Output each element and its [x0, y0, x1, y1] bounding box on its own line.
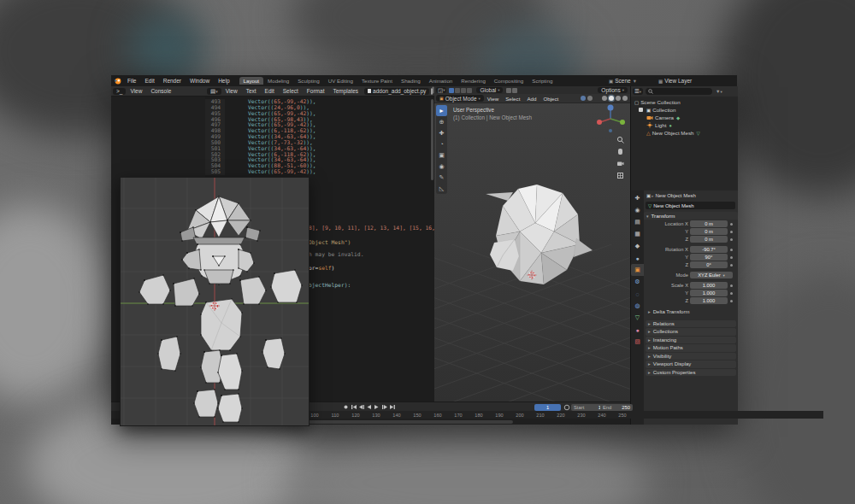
jump-end-button[interactable]	[388, 404, 396, 411]
animate-dot-icon[interactable]	[730, 238, 733, 241]
tab-tool[interactable]: ✚	[631, 192, 644, 204]
animate-dot-icon[interactable]	[730, 223, 733, 226]
transform-panel-header[interactable]: ▾ Transform	[644, 212, 738, 220]
keying-set-icon[interactable]	[563, 404, 570, 411]
animate-dot-icon[interactable]	[730, 292, 733, 295]
jump-start-button[interactable]	[350, 404, 357, 411]
frame-start-input[interactable]: Start1	[571, 404, 604, 411]
workspace-tab-scripting[interactable]: Scripting	[528, 77, 557, 85]
location-y-input[interactable]: 0 m	[690, 228, 728, 234]
panel-relations[interactable]: ▸Relations	[646, 320, 736, 328]
menu-file[interactable]: File	[123, 78, 140, 84]
outliner-item-mesh[interactable]: △ New Object Mesh ▽	[633, 129, 738, 137]
copy-icon[interactable]	[431, 88, 433, 95]
panel-delta-transform[interactable]: ▸Delta Transform	[646, 308, 736, 316]
text-menu-edit[interactable]: Edit	[261, 88, 279, 94]
menu-edit[interactable]: Edit	[140, 78, 158, 84]
tab-view-layer[interactable]: ▦	[631, 228, 644, 240]
breadcrumb-object-name[interactable]: New Object Mesh	[655, 193, 695, 198]
view-layer-selector[interactable]: ▦ View Layer	[655, 77, 737, 85]
menu-window[interactable]: Window	[186, 78, 214, 84]
scale-z-input[interactable]: 1.000	[690, 297, 728, 303]
workspace-tab-compositing[interactable]: Compositing	[490, 77, 528, 85]
panel-visibility[interactable]: ▸Visibility	[646, 353, 736, 360]
play-button[interactable]	[373, 404, 380, 411]
menu-help[interactable]: Help	[214, 78, 233, 84]
workspace-tab-rendering[interactable]: Rendering	[457, 77, 490, 85]
field-rotation-z: Z0°	[644, 261, 738, 268]
jump-keyframe-set-icon[interactable]	[342, 404, 350, 411]
workspace-tab-layout[interactable]: Layout	[239, 77, 264, 85]
tab-scene[interactable]: ◆	[631, 240, 644, 252]
text-scrollbar[interactable]	[431, 99, 433, 180]
chevron-right-icon: ▸	[652, 194, 653, 198]
rotation-y-input[interactable]: 90°	[690, 254, 728, 260]
animate-dot-icon[interactable]	[730, 264, 733, 267]
tab-object-data[interactable]: ▽	[631, 312, 644, 324]
location-x-input[interactable]: 0 m	[690, 220, 728, 226]
prev-keyframe-button[interactable]	[357, 404, 365, 411]
object-name-field[interactable]: ▽ New Object Mesh	[646, 202, 735, 209]
workspace-tab-modeling[interactable]: Modeling	[263, 77, 293, 85]
viewport-3d[interactable]: ◲▾ Global▾ Options▾ ▣ Object Mode ▾ View…	[434, 86, 630, 401]
scale-x-input[interactable]: 1.000	[690, 282, 728, 288]
text-menu-view[interactable]: View	[221, 88, 242, 94]
text-menu-select[interactable]: Select	[279, 88, 303, 94]
workspace-tab-uv-editing[interactable]: UV Editing	[324, 77, 357, 85]
tab-output[interactable]: ▤	[631, 216, 644, 228]
animate-dot-icon[interactable]	[730, 300, 733, 302]
panel-custom-properties[interactable]: ▸Custom Properties	[646, 369, 736, 377]
tab-world[interactable]: ●	[631, 252, 644, 264]
scrollbar-thumb[interactable]	[308, 420, 513, 424]
outliner-item-camera[interactable]: Camera ◆	[633, 114, 738, 121]
outliner-item-scene-collection[interactable]: ▢ Scene Collection	[633, 98, 738, 106]
animate-dot-icon[interactable]	[730, 256, 733, 259]
text-menu-format[interactable]: Format	[303, 88, 329, 94]
tab-modifiers[interactable]: ⚙	[631, 276, 644, 288]
tab-render[interactable]: ◉	[631, 204, 644, 216]
panel-collections[interactable]: ▸Collections	[646, 328, 736, 336]
play-reverse-button[interactable]	[365, 404, 373, 411]
rotation-mode-dropdown[interactable]: XYZ Euler▾	[690, 272, 733, 278]
tab-texture[interactable]: ▨	[631, 336, 644, 348]
workspace-tab-animation[interactable]: Animation	[425, 77, 457, 85]
tab-particles[interactable]: ◌	[631, 288, 644, 300]
rotation-x-input[interactable]: -90.7°	[690, 246, 728, 252]
outliner-search-input[interactable]	[646, 88, 712, 95]
text-datablock[interactable]: addon_add_object.py	[364, 88, 429, 95]
current-frame-input[interactable]: 1	[534, 404, 561, 411]
animate-dot-icon[interactable]	[730, 284, 733, 287]
frame-end-input[interactable]: End250	[600, 404, 633, 411]
panel-instancing[interactable]: ▸Instancing	[646, 337, 736, 344]
console-menu-console[interactable]: Console	[146, 88, 175, 94]
filter-icon[interactable]: ▼▾	[716, 89, 722, 94]
scene-selector[interactable]: ▣ Scene ▾	[605, 77, 640, 85]
editor-type-icon[interactable]: >_	[113, 88, 126, 95]
outliner-item-light[interactable]: Light ●	[633, 121, 738, 129]
chevron-right-icon: ▸	[648, 329, 651, 334]
tab-object[interactable]: ▣	[631, 264, 644, 276]
panel-motion-paths[interactable]: ▸Motion Paths	[646, 344, 736, 352]
checkbox-icon[interactable]	[639, 108, 643, 112]
location-z-input[interactable]: 0 m	[690, 236, 728, 242]
workspace-tab-shading[interactable]: Shading	[397, 77, 425, 85]
text-menu-templates[interactable]: Templates	[328, 88, 363, 94]
workspace-tab-texture-paint[interactable]: Texture Paint	[357, 77, 397, 85]
floating-viewport-window[interactable]	[120, 177, 310, 426]
animate-dot-icon[interactable]	[730, 249, 733, 251]
text-menu-text[interactable]: Text	[242, 88, 261, 94]
menu-render[interactable]: Render	[159, 78, 186, 84]
outliner-item-collection[interactable]: ▣ Collection	[633, 106, 738, 114]
scale-y-input[interactable]: 1.000	[690, 290, 728, 296]
light-data-icon: ●	[669, 123, 671, 128]
next-keyframe-button[interactable]	[380, 404, 388, 411]
console-menu-view[interactable]: View	[126, 88, 146, 94]
editor-type-icon[interactable]: ☰▾	[633, 88, 643, 95]
editor-type-icon[interactable]: ▤▾	[207, 88, 221, 95]
animate-dot-icon[interactable]	[730, 231, 733, 233]
tab-material[interactable]: ●	[631, 324, 644, 336]
rotation-z-input[interactable]: 0°	[690, 261, 728, 267]
workspace-tab-sculpting[interactable]: Sculpting	[293, 77, 323, 85]
panel-viewport-display[interactable]: ▸Viewport Display	[646, 360, 736, 368]
tab-physics[interactable]: ◍	[631, 300, 644, 312]
